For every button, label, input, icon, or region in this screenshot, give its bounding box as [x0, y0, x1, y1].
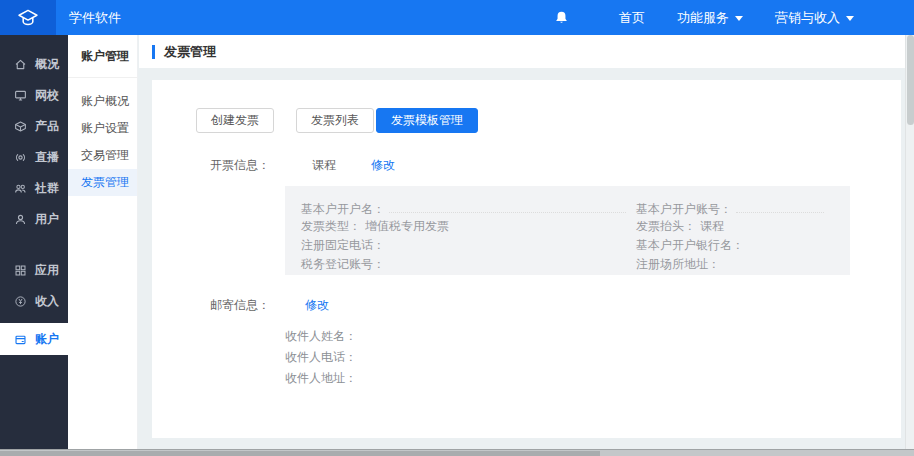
- create-invoice-button[interactable]: 创建发票: [196, 108, 274, 133]
- nav-label: 营销与收入: [775, 9, 840, 27]
- graduation-cap-icon: [16, 7, 40, 29]
- field-label: 收件人地址：: [285, 370, 357, 387]
- product-box-icon: [13, 120, 27, 134]
- page-title: 发票管理: [164, 43, 216, 61]
- mailing-fields: 收件人姓名： 收件人电话： 收件人地址：: [285, 326, 901, 389]
- subnav-item-account-overview[interactable]: 账户概况: [68, 88, 137, 115]
- sidebar-item-label: 概况: [35, 56, 59, 73]
- home-icon: [13, 58, 27, 72]
- sidebar-item-community[interactable]: 社群: [0, 173, 68, 204]
- chevron-down-icon: [735, 16, 743, 21]
- invoice-template-management-button[interactable]: 发票模板管理: [376, 108, 478, 133]
- invoice-management-card: 创建发票 发票列表 发票模板管理 开票信息： 课程 修改 基本户开户名： 发票类…: [152, 80, 901, 438]
- sidebar-item-label: 收入: [35, 293, 59, 310]
- mailing-info-header: 邮寄信息： 修改: [210, 297, 901, 314]
- community-icon: [13, 182, 27, 196]
- apps-grid-icon: [13, 264, 27, 278]
- invoice-list-button[interactable]: 发票列表: [296, 108, 374, 133]
- sidebar-group-divider: [0, 235, 68, 255]
- sidebar-item-label: 用户: [35, 211, 59, 228]
- invoice-info-edit-link[interactable]: 修改: [371, 157, 395, 174]
- sidebar-item-users[interactable]: 用户: [0, 204, 68, 235]
- sidebar-item-label: 应用: [35, 262, 59, 279]
- sidebar-item-income[interactable]: 收入: [0, 286, 68, 317]
- main-content: 发票管理 创建发票 发票列表 发票模板管理 开票信息： 课程 修改 基本户开户名…: [139, 35, 905, 456]
- horizontal-scrollbar[interactable]: [0, 449, 914, 456]
- brand-name: 学件软件: [69, 9, 121, 27]
- nav-label: 首页: [619, 9, 645, 27]
- field-invoice-type: 发票类型： 增值税专用发票: [301, 218, 636, 237]
- invoice-info-label: 开票信息：: [210, 157, 270, 174]
- field-invoice-title: 发票抬头： 课程: [636, 218, 834, 237]
- field-label: 注册场所地址：: [636, 256, 720, 273]
- user-icon: [13, 213, 27, 227]
- field-value: 课程: [700, 218, 724, 235]
- field-basic-account-number: 基本户开户账号：: [636, 199, 834, 218]
- subnav-item-invoice-management[interactable]: 发票管理: [68, 169, 137, 196]
- nav-item-marketing-income[interactable]: 营销与收入: [775, 9, 854, 27]
- horizontal-scrollbar-thumb[interactable]: [0, 451, 600, 456]
- field-label: 发票类型：: [301, 218, 361, 235]
- mailing-info-edit-link[interactable]: 修改: [305, 297, 329, 314]
- subnav-item-transaction-management[interactable]: 交易管理: [68, 142, 137, 169]
- invoice-details-right-column: 基本户开户账号： 发票抬头： 课程 基本户开户银行名： 注册场所地址：: [636, 199, 834, 275]
- sidebar-item-label: 账户: [35, 331, 59, 348]
- subnav-title: 账户管理: [68, 35, 137, 77]
- field-recipient-phone: 收件人电话：: [285, 347, 901, 368]
- top-header: 学件软件 首页 功能服务 营销与收入: [0, 0, 914, 35]
- field-tax-registration-number: 税务登记账号：: [301, 256, 636, 275]
- account-subnav: 账户管理 账户概况 账户设置 交易管理 发票管理: [68, 35, 138, 456]
- vertical-scrollbar-thumb[interactable]: [907, 35, 914, 125]
- sidebar-item-apps[interactable]: 应用: [0, 255, 68, 286]
- nav-item-home[interactable]: 首页: [619, 9, 645, 27]
- sidebar-item-account[interactable]: 账户: [0, 323, 68, 355]
- income-yen-icon: [13, 295, 27, 309]
- nav-label: 功能服务: [677, 9, 729, 27]
- field-registered-phone: 注册固定电话：: [301, 237, 636, 256]
- sidebar-item-label: 直播: [35, 149, 59, 166]
- subnav-item-account-settings[interactable]: 账户设置: [68, 115, 137, 142]
- invoice-details-left-column: 基本户开户名： 发票类型： 增值税专用发票 注册固定电话： 税务登记账号：: [301, 199, 636, 275]
- account-card-icon: [13, 332, 27, 346]
- app-logo[interactable]: [0, 0, 56, 35]
- sidebar-item-label: 产品: [35, 118, 59, 135]
- page-header: 发票管理: [139, 35, 905, 68]
- field-label: 收件人姓名：: [285, 328, 357, 345]
- field-label: 发票抬头：: [636, 218, 696, 235]
- sidebar-item-live[interactable]: 直播: [0, 142, 68, 173]
- field-value: [736, 199, 824, 213]
- field-label: 税务登记账号：: [301, 256, 385, 273]
- invoice-tab-buttons: 创建发票 发票列表 发票模板管理: [196, 108, 901, 133]
- mailing-info-label: 邮寄信息：: [210, 297, 270, 314]
- monitor-icon: [13, 89, 27, 103]
- title-accent-bar: [152, 45, 155, 59]
- field-basic-account-name: 基本户开户名：: [301, 199, 636, 218]
- field-value: [389, 199, 626, 213]
- subnav-divider: [68, 77, 137, 78]
- live-broadcast-icon: [13, 151, 27, 165]
- field-registered-address: 注册场所地址：: [636, 256, 834, 275]
- sidebar-item-overview[interactable]: 概况: [0, 49, 68, 80]
- nav-item-services[interactable]: 功能服务: [677, 9, 743, 27]
- field-basic-account-bank-name: 基本户开户银行名：: [636, 237, 834, 256]
- sidebar-item-label: 网校: [35, 87, 59, 104]
- field-value: 增值税专用发票: [365, 218, 449, 235]
- field-recipient-name: 收件人姓名：: [285, 326, 901, 347]
- sidebar-item-label: 社群: [35, 180, 59, 197]
- primary-sidebar: 概况 网校 产品 直播 社群: [0, 35, 68, 456]
- invoice-details-panel: 基本户开户名： 发票类型： 增值税专用发票 注册固定电话： 税务登记账号：: [285, 186, 850, 275]
- field-label: 注册固定电话：: [301, 237, 385, 254]
- field-label: 基本户开户名：: [301, 201, 385, 218]
- field-label: 基本户开户银行名：: [636, 237, 744, 254]
- field-label: 收件人电话：: [285, 349, 357, 366]
- bell-icon: [554, 10, 569, 25]
- field-recipient-address: 收件人地址：: [285, 368, 901, 389]
- notification-bell-button[interactable]: [554, 10, 569, 25]
- field-label: 基本户开户账号：: [636, 201, 732, 218]
- chevron-down-icon: [846, 16, 854, 21]
- sidebar-item-products[interactable]: 产品: [0, 111, 68, 142]
- sidebar-item-online-school[interactable]: 网校: [0, 80, 68, 111]
- vertical-scrollbar[interactable]: [905, 35, 914, 456]
- invoice-info-value: 课程: [312, 157, 336, 174]
- top-nav: 首页 功能服务 营销与收入: [587, 9, 914, 27]
